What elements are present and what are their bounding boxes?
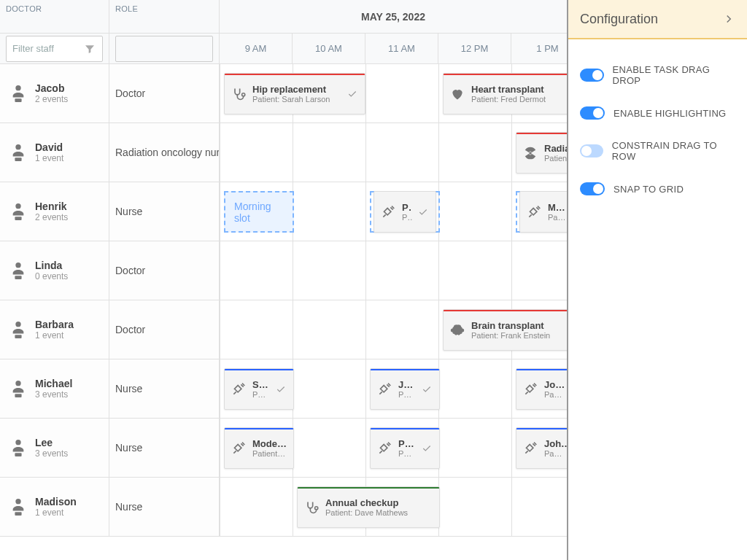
syringe-icon [231,441,247,456]
event-title: Radiation [544,143,567,154]
header-row-date: DOCTOR ROLE MAY 25, 2022 [0,0,567,34]
doctor-event-count: 2 events [35,94,68,104]
schedule-lane[interactable]: Hip replacementPatient: Sarah LarsonHear… [220,64,567,122]
chevron-right-icon[interactable] [722,12,735,26]
event-patient: Pa… [398,449,416,458]
schedule-event[interactable]: S…Pa… [224,368,294,410]
toggle-switch[interactable] [580,182,605,195]
availability-slot[interactable]: Morning slot [224,191,294,233]
svg-point-17 [15,440,20,445]
doctor-cell[interactable]: Henrik2 events [0,182,109,241]
schedule-lane[interactable]: Annual checkupPatient: Dave Mathews [220,478,567,536]
schedule-row: Barbara1 eventDoctorBrain transplantPati… [0,300,567,359]
event-title: Brain transplant [471,320,567,331]
config-option-label: ENABLE TASK DRAG DROP [613,64,736,86]
schedule-row: Lee3 eventsNurseModer…Patient: …P…Pa…Joh… [0,419,567,478]
doctor-cell[interactable]: Madison1 event [0,478,109,536]
schedule-lane[interactable]: Moder…Patient: …P…Pa…Joh…Pa… [220,419,567,477]
svg-point-7 [15,144,20,149]
config-option: CONSTRAIN DRAG TO ROW [568,130,747,172]
check-icon [422,384,433,394]
doctor-name: Michael [35,378,72,389]
radiation-icon [522,146,538,160]
doctor-cell[interactable]: Lee3 events [0,419,109,477]
config-option-label: ENABLE HIGHLIGHTING [614,108,727,119]
schedule-lane[interactable]: Morning slotP…Pa…M…Pa… [220,182,567,241]
doctor-name: Henrik [35,201,68,212]
schedule-event[interactable]: RadiationPatient [516,132,567,174]
schedule-event[interactable]: Heart transplantPatient: Fred Dermot [443,73,567,114]
schedule-event[interactable]: Annual checkupPatient: Dave Mathews [297,486,440,528]
config-option: SNAP TO GRID [568,172,747,206]
event-title: Heart transplant [471,84,567,95]
configuration-panel: Configuration ENABLE TASK DRAG DROPENABL… [567,0,747,560]
filter-icon[interactable] [84,43,96,55]
schedule-row: Michael3 eventsNurseS…Pa…Jo…Pa…Jo…Pa… [0,359,567,419]
doctor-cell[interactable]: Linda0 events [0,241,109,300]
doctor-name: Lee [35,437,68,448]
event-patient: Pa… [544,449,567,458]
doctor-cell[interactable]: David1 event [0,123,109,182]
schedule-event[interactable]: P…Pa… [374,191,436,233]
svg-point-13 [15,322,20,327]
toggle-switch[interactable] [580,144,603,158]
svg-rect-12 [15,276,21,279]
schedule-lane[interactable]: Brain transplantPatient: Frank Enstein [220,300,567,359]
person-icon [9,261,28,280]
svg-point-19 [15,499,20,504]
event-patient: Patient: Frank Enstein [471,331,567,340]
schedule-lane[interactable]: S…Pa…Jo…Pa…Jo…Pa… [220,359,567,418]
schedule-event[interactable]: P…Pa… [370,427,440,469]
schedule-event[interactable]: Hip replacementPatient: Sarah Larson [224,73,365,114]
column-header-doctor: DOCTOR [0,0,109,33]
syringe-icon [231,382,247,397]
check-icon [347,89,359,99]
schedule-row: Linda0 eventsDoctor [0,241,567,300]
schedule-event[interactable]: Jo…Pa… [370,368,440,410]
heart-icon [449,87,465,101]
config-option-label: CONSTRAIN DRAG TO ROW [612,140,735,162]
schedule-event[interactable]: M…Pa… [519,191,567,233]
brain-icon [449,323,465,338]
filter-role-input[interactable] [115,36,213,62]
svg-rect-8 [15,158,21,161]
syringe-icon [526,205,542,219]
time-slot: 11 AM [365,34,438,63]
role-cell: Nurse [109,478,219,536]
toggle-switch[interactable] [580,106,605,120]
event-title: P… [398,438,416,449]
config-option: ENABLE HIGHLIGHTING [568,96,747,130]
stethoscope-icon [303,500,320,515]
toggle-switch[interactable] [580,69,604,82]
schedule-event[interactable]: Brain transplantPatient: Frank Enstein [443,309,567,351]
configuration-header[interactable]: Configuration [568,0,747,39]
schedule-row: Madison1 eventNurseAnnual checkupPatient… [0,478,567,537]
doctor-cell[interactable]: Michael3 events [0,359,109,418]
event-title: Jo… [398,379,416,390]
person-icon [9,497,28,516]
doctor-cell[interactable]: Barbara1 event [0,300,109,359]
doctor-cell[interactable]: Jacob2 events [0,64,109,122]
event-title: Hip replacement [252,84,341,95]
event-patient: Patient: Dave Mathews [325,508,433,517]
schedule-lane[interactable]: RadiationPatient [220,123,567,182]
schedule-event[interactable]: Moder…Patient: … [224,427,294,469]
person-icon [9,320,28,339]
doctor-name: David [35,141,63,153]
schedule-row: Jacob2 eventsDoctorHip replacementPatien… [0,64,567,123]
doctor-name: Jacob [35,82,68,94]
role-cell: Nurse [109,419,219,477]
schedule-grid[interactable]: Jacob2 eventsDoctorHip replacementPatien… [0,64,567,560]
event-title: Annual checkup [325,497,433,508]
schedule-event[interactable]: Jo…Pa… [516,368,567,410]
event-patient: Patient: Sarah Larson [252,95,341,104]
doctor-event-count: 1 event [35,330,74,341]
schedule-row: Henrik2 eventsNurseMorning slotP…Pa…M…Pa… [0,182,567,241]
event-patient: Patient: … [252,449,287,458]
schedule-lane[interactable] [220,241,567,300]
doctor-event-count: 1 event [35,508,77,518]
schedule-event[interactable]: Joh…Pa… [516,427,567,469]
date-title: MAY 25, 2022 [220,0,567,33]
event-patient: Patient: Fred Dermot [471,95,567,104]
svg-rect-14 [15,335,21,338]
